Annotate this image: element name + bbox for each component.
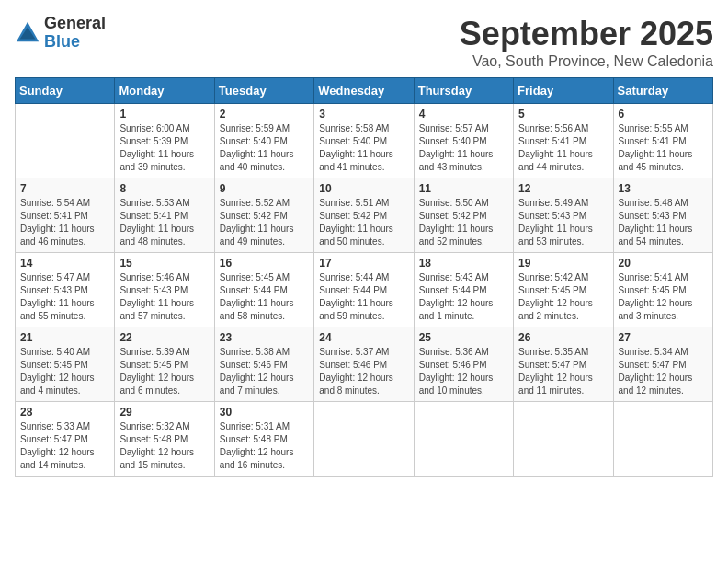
cell-content: Sunrise: 5:48 AM Sunset: 5:43 PM Dayligh…: [619, 197, 708, 248]
cell-content: Sunrise: 5:32 AM Sunset: 5:48 PM Dayligh…: [119, 420, 209, 472]
calendar-week-row: 1Sunrise: 6:00 AM Sunset: 5:39 PM Daylig…: [16, 104, 713, 178]
calendar-cell: 20Sunrise: 5:41 AM Sunset: 5:45 PM Dayli…: [613, 253, 712, 327]
calendar-cell: 19Sunrise: 5:42 AM Sunset: 5:45 PM Dayli…: [514, 253, 613, 327]
calendar-cell: 4Sunrise: 5:57 AM Sunset: 5:40 PM Daylig…: [414, 104, 513, 178]
cell-content: Sunrise: 5:59 AM Sunset: 5:40 PM Dayligh…: [220, 122, 309, 174]
day-number: 23: [220, 331, 309, 344]
logo-icon: [15, 20, 40, 46]
weekday-header: Wednesday: [314, 78, 414, 104]
calendar-cell: 30Sunrise: 5:31 AM Sunset: 5:48 PM Dayli…: [214, 402, 313, 477]
cell-content: Sunrise: 5:37 AM Sunset: 5:46 PM Dayligh…: [319, 346, 408, 397]
day-number: 6: [619, 108, 708, 121]
calendar-cell: 8Sunrise: 5:53 AM Sunset: 5:41 PM Daylig…: [115, 178, 214, 253]
cell-content: Sunrise: 5:34 AM Sunset: 5:47 PM Dayligh…: [619, 346, 708, 397]
cell-content: Sunrise: 5:44 AM Sunset: 5:44 PM Dayligh…: [319, 271, 408, 323]
month-title: September 2025: [460, 15, 713, 53]
logo-text: General Blue: [44, 15, 106, 52]
cell-content: Sunrise: 5:41 AM Sunset: 5:45 PM Dayligh…: [619, 271, 708, 323]
day-number: 30: [220, 406, 309, 419]
calendar-cell: 18Sunrise: 5:43 AM Sunset: 5:44 PM Dayli…: [414, 253, 513, 327]
weekday-header-row: SundayMondayTuesdayWednesdayThursdayFrid…: [16, 78, 713, 104]
calendar-cell: [514, 402, 613, 477]
cell-content: Sunrise: 5:49 AM Sunset: 5:43 PM Dayligh…: [518, 197, 608, 248]
day-number: 27: [619, 331, 708, 344]
cell-content: Sunrise: 5:46 AM Sunset: 5:43 PM Dayligh…: [119, 271, 209, 323]
calendar-cell: 17Sunrise: 5:44 AM Sunset: 5:44 PM Dayli…: [314, 253, 414, 327]
calendar-cell: [16, 104, 115, 178]
cell-content: Sunrise: 5:42 AM Sunset: 5:45 PM Dayligh…: [518, 271, 608, 323]
day-number: 28: [20, 406, 109, 419]
cell-content: Sunrise: 5:56 AM Sunset: 5:41 PM Dayligh…: [518, 122, 608, 174]
cell-content: Sunrise: 5:33 AM Sunset: 5:47 PM Dayligh…: [20, 420, 109, 472]
calendar-cell: [613, 402, 712, 477]
day-number: 12: [518, 182, 608, 195]
weekday-header: Monday: [115, 78, 214, 104]
day-number: 4: [419, 108, 508, 121]
day-number: 10: [319, 182, 408, 195]
calendar-cell: [314, 402, 414, 477]
calendar-cell: 2Sunrise: 5:59 AM Sunset: 5:40 PM Daylig…: [214, 104, 313, 178]
day-number: 24: [319, 331, 408, 344]
day-number: 15: [119, 257, 209, 270]
cell-content: Sunrise: 5:52 AM Sunset: 5:42 PM Dayligh…: [220, 197, 309, 248]
calendar-cell: [414, 402, 513, 477]
calendar-cell: 15Sunrise: 5:46 AM Sunset: 5:43 PM Dayli…: [115, 253, 214, 327]
day-number: 20: [619, 257, 708, 270]
day-number: 1: [119, 108, 209, 121]
day-number: 2: [220, 108, 309, 121]
day-number: 25: [419, 331, 508, 344]
title-block: September 2025 Vao, South Province, New …: [460, 15, 713, 70]
day-number: 16: [220, 257, 309, 270]
cell-content: Sunrise: 5:43 AM Sunset: 5:44 PM Dayligh…: [419, 271, 508, 323]
cell-content: Sunrise: 5:57 AM Sunset: 5:40 PM Dayligh…: [419, 122, 508, 174]
calendar-cell: 13Sunrise: 5:48 AM Sunset: 5:43 PM Dayli…: [613, 178, 712, 253]
cell-content: Sunrise: 5:36 AM Sunset: 5:46 PM Dayligh…: [419, 346, 508, 397]
logo-blue: Blue: [44, 33, 106, 52]
day-number: 8: [119, 182, 209, 195]
cell-content: Sunrise: 5:58 AM Sunset: 5:40 PM Dayligh…: [319, 122, 408, 174]
calendar-cell: 22Sunrise: 5:39 AM Sunset: 5:45 PM Dayli…: [115, 327, 214, 402]
cell-content: Sunrise: 5:38 AM Sunset: 5:46 PM Dayligh…: [220, 346, 309, 397]
cell-content: Sunrise: 5:31 AM Sunset: 5:48 PM Dayligh…: [220, 420, 309, 472]
calendar-cell: 9Sunrise: 5:52 AM Sunset: 5:42 PM Daylig…: [214, 178, 313, 253]
day-number: 13: [619, 182, 708, 195]
day-number: 22: [119, 331, 209, 344]
cell-content: Sunrise: 5:55 AM Sunset: 5:41 PM Dayligh…: [619, 122, 708, 174]
calendar-cell: 11Sunrise: 5:50 AM Sunset: 5:42 PM Dayli…: [414, 178, 513, 253]
logo-general: General: [44, 15, 106, 33]
calendar-week-row: 14Sunrise: 5:47 AM Sunset: 5:43 PM Dayli…: [16, 253, 713, 327]
weekday-header: Saturday: [613, 78, 712, 104]
cell-content: Sunrise: 5:39 AM Sunset: 5:45 PM Dayligh…: [119, 346, 209, 397]
calendar-cell: 25Sunrise: 5:36 AM Sunset: 5:46 PM Dayli…: [414, 327, 513, 402]
cell-content: Sunrise: 5:45 AM Sunset: 5:44 PM Dayligh…: [220, 271, 309, 323]
calendar-cell: 16Sunrise: 5:45 AM Sunset: 5:44 PM Dayli…: [214, 253, 313, 327]
weekday-header: Sunday: [16, 78, 115, 104]
calendar-week-row: 28Sunrise: 5:33 AM Sunset: 5:47 PM Dayli…: [16, 402, 713, 477]
weekday-header: Thursday: [414, 78, 513, 104]
calendar-cell: 10Sunrise: 5:51 AM Sunset: 5:42 PM Dayli…: [314, 178, 414, 253]
cell-content: Sunrise: 5:53 AM Sunset: 5:41 PM Dayligh…: [119, 197, 209, 248]
cell-content: Sunrise: 5:35 AM Sunset: 5:47 PM Dayligh…: [518, 346, 608, 397]
cell-content: Sunrise: 6:00 AM Sunset: 5:39 PM Dayligh…: [119, 122, 209, 174]
calendar-cell: 1Sunrise: 6:00 AM Sunset: 5:39 PM Daylig…: [115, 104, 214, 178]
calendar-cell: 3Sunrise: 5:58 AM Sunset: 5:40 PM Daylig…: [314, 104, 414, 178]
weekday-header: Friday: [514, 78, 613, 104]
calendar-week-row: 7Sunrise: 5:54 AM Sunset: 5:41 PM Daylig…: [16, 178, 713, 253]
calendar-cell: 5Sunrise: 5:56 AM Sunset: 5:41 PM Daylig…: [514, 104, 613, 178]
calendar-cell: 24Sunrise: 5:37 AM Sunset: 5:46 PM Dayli…: [314, 327, 414, 402]
calendar-cell: 21Sunrise: 5:40 AM Sunset: 5:45 PM Dayli…: [16, 327, 115, 402]
calendar-cell: 7Sunrise: 5:54 AM Sunset: 5:41 PM Daylig…: [16, 178, 115, 253]
calendar-cell: 12Sunrise: 5:49 AM Sunset: 5:43 PM Dayli…: [514, 178, 613, 253]
day-number: 17: [319, 257, 408, 270]
cell-content: Sunrise: 5:54 AM Sunset: 5:41 PM Dayligh…: [20, 197, 109, 248]
calendar-cell: 28Sunrise: 5:33 AM Sunset: 5:47 PM Dayli…: [16, 402, 115, 477]
calendar-cell: 26Sunrise: 5:35 AM Sunset: 5:47 PM Dayli…: [514, 327, 613, 402]
weekday-header: Tuesday: [214, 78, 313, 104]
day-number: 26: [518, 331, 608, 344]
day-number: 19: [518, 257, 608, 270]
cell-content: Sunrise: 5:40 AM Sunset: 5:45 PM Dayligh…: [20, 346, 109, 397]
day-number: 21: [20, 331, 109, 344]
day-number: 7: [20, 182, 109, 195]
day-number: 14: [20, 257, 109, 270]
calendar-week-row: 21Sunrise: 5:40 AM Sunset: 5:45 PM Dayli…: [16, 327, 713, 402]
